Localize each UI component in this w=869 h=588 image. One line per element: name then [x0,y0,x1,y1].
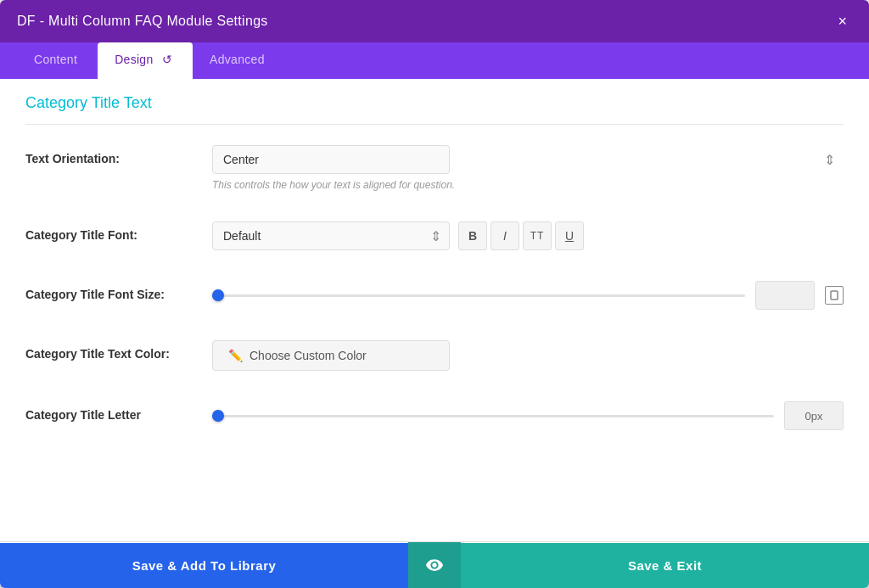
bold-button[interactable]: B [458,221,487,250]
text-orientation-row: Text Orientation: Center Left Right ⇕ Th… [25,142,844,194]
underline-button[interactable]: U [555,221,584,250]
eye-icon [425,556,444,574]
modal: DF - Multi Column FAQ Module Settings × … [0,0,869,588]
modal-header: DF - Multi Column FAQ Module Settings × [0,0,869,42]
text-orientation-select[interactable]: Center Left Right [212,145,450,174]
font-size-slider[interactable] [212,294,745,297]
font-size-value-box [755,281,815,310]
font-style-buttons: B I TT U [458,221,584,250]
text-orientation-select-wrapper: Center Left Right ⇕ [212,145,844,174]
category-title-text-color-control: ✏️ Choose Custom Color [212,340,844,371]
select-arrow-icon: ⇕ [824,152,835,168]
category-title-font-select[interactable]: Default [212,221,450,250]
category-title-font-size-control [212,281,844,310]
letter-slider-row: 0px [212,401,844,430]
close-button[interactable]: × [833,12,852,31]
tt-button[interactable]: TT [523,221,552,250]
choose-custom-color-button[interactable]: ✏️ Choose Custom Color [212,340,450,371]
tab-content[interactable]: Content [17,42,98,79]
section-title: Category Title Text [25,79,844,120]
category-title-font-label: Category Title Font: [25,221,212,242]
reset-icon: ↺ [162,53,172,66]
category-title-font-row: Category Title Font: Default ⇕ B [25,218,844,254]
text-orientation-label: Text Orientation: [25,145,212,165]
italic-button[interactable]: I [491,221,519,250]
category-title-text-color-row: Category Title Text Color: ✏️ Choose Cus… [25,337,844,374]
category-title-letter-label: Category Title Letter [25,401,212,422]
category-title-letter-control: 0px [212,401,844,430]
text-orientation-control: Center Left Right ⇕ This controls the ho… [212,145,844,191]
font-size-slider-container [212,294,745,297]
category-title-letter-row: Category Title Letter 0px [25,398,844,434]
modal-title: DF - Multi Column FAQ Module Settings [17,14,268,29]
font-select-wrapper: Default ⇕ [212,221,450,250]
category-title-font-control: Default ⇕ B I TT [212,221,844,250]
save-exit-button[interactable]: Save & Exit [461,543,869,588]
font-control-row: Default ⇕ B I TT [212,221,844,250]
section-divider [25,124,844,125]
pencil-icon: ✏️ [228,349,243,362]
letter-slider-container [212,415,774,417]
category-title-text-color-label: Category Title Text Color: [25,340,212,361]
tab-design[interactable]: Design ↺ [98,42,193,79]
bottom-bar: Save & Add To Library Save & Exit [0,541,869,588]
content-area: Category Title Text Text Orientation: Ce… [0,79,869,541]
category-title-font-size-label: Category Title Font Size: [25,281,212,301]
text-orientation-help: This controls the how your text is align… [212,179,844,191]
letter-slider[interactable] [212,415,774,417]
tab-advanced[interactable]: Advanced [193,42,285,79]
font-size-slider-row [212,281,844,310]
letter-value-box: 0px [784,401,844,430]
category-title-font-size-row: Category Title Font Size: [25,277,844,313]
save-library-button[interactable]: Save & Add To Library [0,543,408,588]
font-size-unit-icon[interactable] [825,286,844,305]
eye-button[interactable] [408,542,461,588]
svg-rect-0 [831,291,838,300]
tabs-bar: Content Design ↺ Advanced [0,42,869,79]
